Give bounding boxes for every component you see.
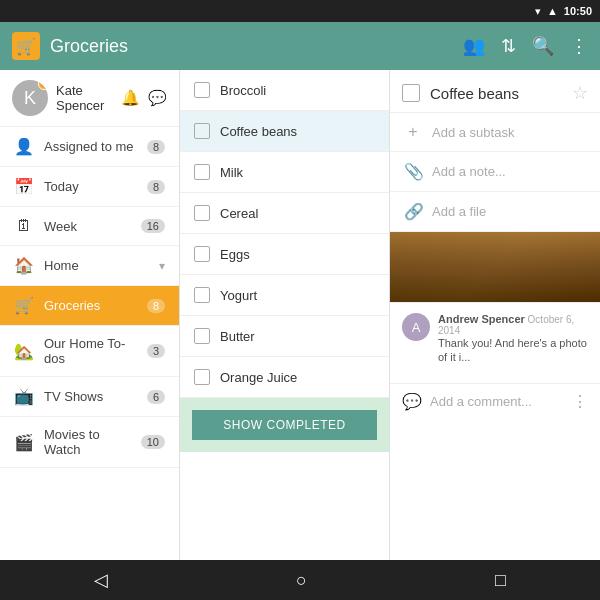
task-checkbox[interactable]: [194, 164, 210, 180]
recent-button[interactable]: □: [495, 570, 506, 591]
add-comment-label: Add a comment...: [430, 394, 564, 409]
sidebar-item-label: Our Home To-dos: [44, 336, 137, 366]
task-item[interactable]: Milk: [180, 152, 389, 193]
show-completed-button[interactable]: SHOW COMPLETED: [192, 410, 377, 440]
star-icon[interactable]: ☆: [572, 82, 588, 104]
app-logo: 🛒: [12, 32, 40, 60]
comment-body: Andrew Spencer October 6, 2014 Thank you…: [438, 313, 588, 365]
chevron-down-icon: ▾: [159, 259, 165, 273]
comment-section: A Andrew Spencer October 6, 2014 Thank y…: [390, 302, 600, 383]
task-item[interactable]: Eggs: [180, 234, 389, 275]
sidebar: K Kate Spencer 🔔 💬 👤 Assigned to me 8 📅 …: [0, 70, 180, 560]
sidebar-item-count: 3: [147, 344, 165, 358]
detail-panel: Coffee beans ☆ + Add a subtask 📎 Add a n…: [390, 70, 600, 560]
assigned-icon: 👤: [14, 137, 34, 156]
task-label: Orange Juice: [220, 370, 297, 385]
sidebar-item-movies[interactable]: 🎬 Movies to Watch 10: [0, 417, 179, 468]
task-checkbox[interactable]: [194, 369, 210, 385]
task-checkbox[interactable]: [194, 82, 210, 98]
comment-input-row[interactable]: 💬 Add a comment... ⋮: [390, 383, 600, 419]
task-label: Cereal: [220, 206, 258, 221]
bell-icon[interactable]: 🔔: [121, 89, 140, 107]
today-icon: 📅: [14, 177, 34, 196]
wifi-icon: ▾: [535, 5, 541, 18]
sidebar-item-count: 16: [141, 219, 165, 233]
chat-icon[interactable]: 💬: [148, 89, 167, 107]
sidebar-item-tv-shows[interactable]: 📺 TV Shows 6: [0, 377, 179, 417]
detail-header: Coffee beans ☆: [390, 70, 600, 113]
tv-shows-icon: 📺: [14, 387, 34, 406]
movies-icon: 🎬: [14, 433, 34, 452]
detail-title: Coffee beans: [430, 85, 562, 102]
sidebar-item-label: Assigned to me: [44, 139, 137, 154]
comment-avatar: A: [402, 313, 430, 341]
add-note-row[interactable]: 📎 Add a note...: [390, 152, 600, 192]
task-item[interactable]: Orange Juice: [180, 357, 389, 398]
sidebar-item-label: Today: [44, 179, 137, 194]
sidebar-item-count: 6: [147, 390, 165, 404]
task-item[interactable]: Yogurt: [180, 275, 389, 316]
groceries-icon: 🛒: [14, 296, 34, 315]
app-bar: 🛒 Groceries 👥 ⇅ 🔍 ⋮: [0, 22, 600, 70]
user-icons: 🔔 💬: [121, 89, 167, 107]
app-title: Groceries: [50, 36, 453, 57]
app-bar-actions: 👥 ⇅ 🔍 ⋮: [463, 35, 588, 57]
task-label: Yogurt: [220, 288, 257, 303]
detail-image: [390, 232, 600, 302]
home-button[interactable]: ○: [296, 570, 307, 591]
search-icon[interactable]: 🔍: [532, 35, 554, 57]
more-icon[interactable]: ⋮: [570, 35, 588, 57]
detail-task-checkbox[interactable]: [402, 84, 420, 102]
main-content: K Kate Spencer 🔔 💬 👤 Assigned to me 8 📅 …: [0, 70, 600, 560]
task-item[interactable]: Cereal: [180, 193, 389, 234]
sidebar-item-home-todos[interactable]: 🏡 Our Home To-dos 3: [0, 326, 179, 377]
sort-icon[interactable]: ⇅: [501, 35, 516, 57]
sidebar-item-assigned[interactable]: 👤 Assigned to me 8: [0, 127, 179, 167]
note-icon: 📎: [404, 162, 422, 181]
add-subtask-row[interactable]: + Add a subtask: [390, 113, 600, 152]
add-subtask-label: Add a subtask: [432, 125, 514, 140]
home-todos-icon: 🏡: [14, 342, 34, 361]
add-file-label: Add a file: [432, 204, 486, 219]
sidebar-item-count: 8: [147, 140, 165, 154]
task-checkbox[interactable]: [194, 123, 210, 139]
home-icon: 🏠: [14, 256, 34, 275]
coffee-image: [390, 232, 600, 302]
add-file-row[interactable]: 🔗 Add a file: [390, 192, 600, 232]
task-checkbox[interactable]: [194, 205, 210, 221]
comment-text: Thank you! And here's a photo of it i...: [438, 336, 588, 365]
comment-meta: Andrew Spencer October 6, 2014: [438, 313, 588, 336]
sidebar-item-groceries[interactable]: 🛒 Groceries 8: [0, 286, 179, 326]
task-label: Butter: [220, 329, 255, 344]
task-item[interactable]: Butter: [180, 316, 389, 357]
user-row: K Kate Spencer 🔔 💬: [0, 70, 179, 127]
attach-icon: 🔗: [404, 202, 422, 221]
task-checkbox[interactable]: [194, 246, 210, 262]
status-bar: ▾ ▲ 10:50: [0, 0, 600, 22]
plus-icon: +: [404, 123, 422, 141]
people-icon[interactable]: 👥: [463, 35, 485, 57]
task-checkbox[interactable]: [194, 328, 210, 344]
more-options-icon[interactable]: ⋮: [572, 392, 588, 411]
task-list: Broccoli Coffee beans Milk Cereal Eggs Y…: [180, 70, 390, 560]
task-label: Broccoli: [220, 83, 266, 98]
sidebar-item-count: 10: [141, 435, 165, 449]
sidebar-item-week[interactable]: 🗓 Week 16: [0, 207, 179, 246]
task-label: Eggs: [220, 247, 250, 262]
back-button[interactable]: ◁: [94, 569, 108, 591]
user-name: Kate Spencer: [56, 83, 113, 113]
avatar-badge: [38, 80, 48, 90]
task-item[interactable]: Broccoli: [180, 70, 389, 111]
comment-icon: 💬: [402, 392, 422, 411]
task-item[interactable]: Coffee beans: [180, 111, 389, 152]
task-label: Milk: [220, 165, 243, 180]
sidebar-item-count: 8: [147, 180, 165, 194]
sidebar-item-label: Home: [44, 258, 149, 273]
sidebar-item-label: TV Shows: [44, 389, 137, 404]
sidebar-item-today[interactable]: 📅 Today 8: [0, 167, 179, 207]
task-checkbox[interactable]: [194, 287, 210, 303]
sidebar-item-label: Groceries: [44, 298, 137, 313]
week-icon: 🗓: [14, 217, 34, 235]
sidebar-item-home[interactable]: 🏠 Home ▾: [0, 246, 179, 286]
sidebar-item-count: 8: [147, 299, 165, 313]
